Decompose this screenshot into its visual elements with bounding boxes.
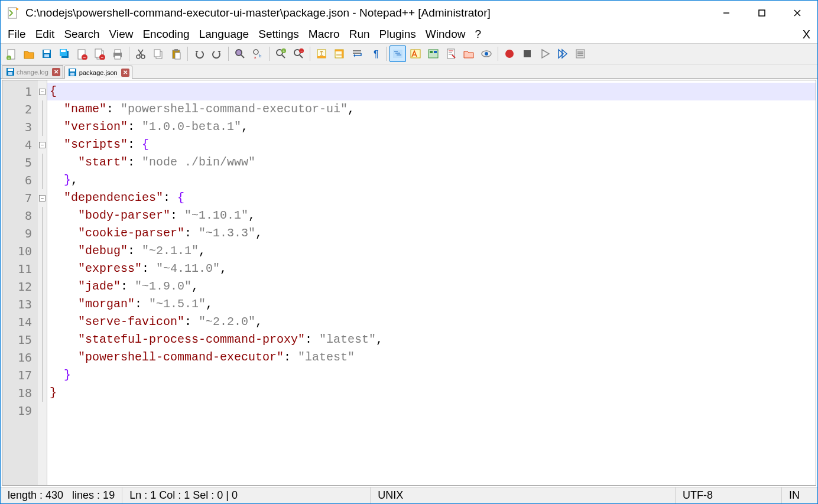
- toolbar-play-multi-button[interactable]: [554, 45, 571, 62]
- tab-close-button[interactable]: ✕: [121, 69, 129, 77]
- code-line[interactable]: {: [47, 83, 816, 100]
- line-number[interactable]: 11: [2, 260, 38, 278]
- menu-language[interactable]: Language: [194, 26, 254, 43]
- code-line[interactable]: }: [47, 366, 816, 384]
- toolbar-print-button[interactable]: [109, 45, 126, 62]
- toolbar-new-file-button[interactable]: +: [3, 45, 20, 62]
- toolbar-pilcrow-button[interactable]: ¶: [366, 45, 383, 62]
- code-area[interactable]: { "name": "powershell-command-executor-u…: [47, 80, 816, 485]
- code-line[interactable]: "serve-favicon": "~2.2.0",: [47, 313, 816, 331]
- toolbar-close-button[interactable]: −: [74, 45, 90, 62]
- toolbar-indent-guide-button[interactable]: [389, 45, 406, 62]
- code-line[interactable]: "start": "node ./bin/www": [47, 154, 816, 171]
- toolbar-redo-button[interactable]: [209, 45, 225, 62]
- tab-change-log[interactable]: change.log✕: [2, 65, 63, 78]
- line-number[interactable]: 2: [2, 100, 38, 118]
- svg-rect-14: [61, 50, 66, 52]
- line-number[interactable]: 10: [2, 242, 38, 260]
- save-icon: [41, 48, 53, 60]
- status-mode[interactable]: IN: [782, 487, 817, 503]
- code-line[interactable]: "name": "powershell-command-executor-ui"…: [47, 100, 816, 118]
- app-icon: [7, 6, 21, 20]
- code-line[interactable]: "body-parser": "~1.10.1",: [47, 207, 816, 225]
- toolbar-replace-button[interactable]: ba: [249, 45, 266, 62]
- line-number[interactable]: 4: [2, 136, 38, 154]
- code-line[interactable]: "stateful-process-command-proxy": "lates…: [47, 331, 816, 349]
- toolbar-zoom-out-button[interactable]: −: [290, 45, 307, 62]
- toolbar-close-all-button[interactable]: −: [92, 45, 108, 62]
- line-number[interactable]: 17: [2, 366, 38, 384]
- menu-run[interactable]: Run: [345, 26, 375, 43]
- close-button[interactable]: [780, 1, 815, 25]
- document-close-x[interactable]: X: [798, 26, 815, 43]
- toolbar-eye-button[interactable]: [478, 45, 495, 62]
- line-number[interactable]: 12: [2, 278, 38, 295]
- toolbar-doc-map-button[interactable]: [443, 45, 459, 62]
- tab-close-button[interactable]: ✕: [52, 68, 60, 76]
- code-line[interactable]: "jade": "~1.9.0",: [47, 278, 816, 295]
- toolbar-zoom-in-button[interactable]: +: [272, 45, 289, 62]
- line-number[interactable]: 13: [2, 295, 38, 313]
- maximize-button[interactable]: [744, 1, 780, 25]
- line-number[interactable]: 6: [2, 171, 38, 189]
- code-line[interactable]: },: [47, 171, 816, 189]
- toolbar-play-button[interactable]: [537, 45, 553, 62]
- toolbar-open-file-button[interactable]: [21, 45, 37, 62]
- menu-search[interactable]: Search: [59, 26, 104, 43]
- line-number[interactable]: 7: [2, 189, 38, 207]
- status-encoding[interactable]: UTF-8: [676, 487, 782, 503]
- toolbar-paste-button[interactable]: [168, 45, 184, 62]
- menu-view[interactable]: View: [105, 26, 138, 43]
- code-line[interactable]: "cookie-parser": "~1.3.3",: [47, 225, 816, 242]
- menu-window[interactable]: Window: [421, 26, 470, 43]
- code-line[interactable]: "version": "1.0.0-beta.1",: [47, 118, 816, 136]
- toolbar-sync-h-button[interactable]: [331, 45, 348, 62]
- fold-cell[interactable]: −: [38, 83, 47, 100]
- line-number[interactable]: 3: [2, 118, 38, 136]
- code-line[interactable]: "dependencies": {: [47, 189, 816, 207]
- find-icon: [234, 48, 246, 60]
- line-number[interactable]: 9: [2, 225, 38, 242]
- line-number[interactable]: 1: [2, 83, 38, 100]
- line-number[interactable]: 16: [2, 349, 38, 366]
- toolbar-folder-button[interactable]: [460, 45, 477, 62]
- toolbar-wrap-button[interactable]: [349, 45, 365, 62]
- menu-settings[interactable]: Settings: [254, 26, 304, 43]
- toolbar-sync-v-button[interactable]: [313, 45, 330, 62]
- toolbar-cut-button[interactable]: [132, 45, 149, 62]
- code-line[interactable]: "morgan": "~1.5.1",: [47, 295, 816, 313]
- line-number[interactable]: 15: [2, 331, 38, 349]
- menu-file[interactable]: File: [3, 26, 31, 43]
- code-line[interactable]: "powershell-command-executor": "latest": [47, 349, 816, 366]
- menu-plugins[interactable]: Plugins: [375, 26, 421, 43]
- fold-cell[interactable]: −: [38, 136, 47, 154]
- toolbar-macro-menu-button[interactable]: [572, 45, 589, 62]
- toolbar-find-button[interactable]: [232, 45, 248, 62]
- minimize-button[interactable]: [709, 1, 744, 25]
- toolbar-save-button[interactable]: [38, 45, 55, 62]
- menu-macro[interactable]: Macro: [304, 26, 345, 43]
- toolbar-undo-button[interactable]: [191, 45, 207, 62]
- toolbar-copy-button[interactable]: [150, 45, 167, 62]
- code-line[interactable]: [47, 402, 816, 420]
- menu-help[interactable]: ?: [470, 26, 486, 43]
- menu-edit[interactable]: Edit: [31, 26, 60, 43]
- status-eol[interactable]: UNIX: [371, 487, 676, 503]
- line-number[interactable]: 8: [2, 207, 38, 225]
- toolbar-stop-button[interactable]: [519, 45, 535, 62]
- tab-package-json[interactable]: package.json✕: [64, 66, 132, 79]
- menu-encoding[interactable]: Encoding: [138, 26, 194, 43]
- fold-cell[interactable]: −: [38, 189, 47, 207]
- toolbar-lang-button[interactable]: [407, 45, 424, 62]
- line-number[interactable]: 19: [2, 402, 38, 420]
- toolbar-save-all-button[interactable]: [56, 45, 73, 62]
- line-number[interactable]: 5: [2, 154, 38, 171]
- code-line[interactable]: "express": "~4.11.0",: [47, 260, 816, 278]
- code-line[interactable]: "debug": "~2.1.1",: [47, 242, 816, 260]
- line-number[interactable]: 14: [2, 313, 38, 331]
- code-line[interactable]: "scripts": {: [47, 136, 816, 154]
- code-line[interactable]: }: [47, 384, 816, 402]
- toolbar-user-lang-button[interactable]: [425, 45, 442, 62]
- toolbar-record-button[interactable]: [501, 45, 518, 62]
- line-number[interactable]: 18: [2, 384, 38, 402]
